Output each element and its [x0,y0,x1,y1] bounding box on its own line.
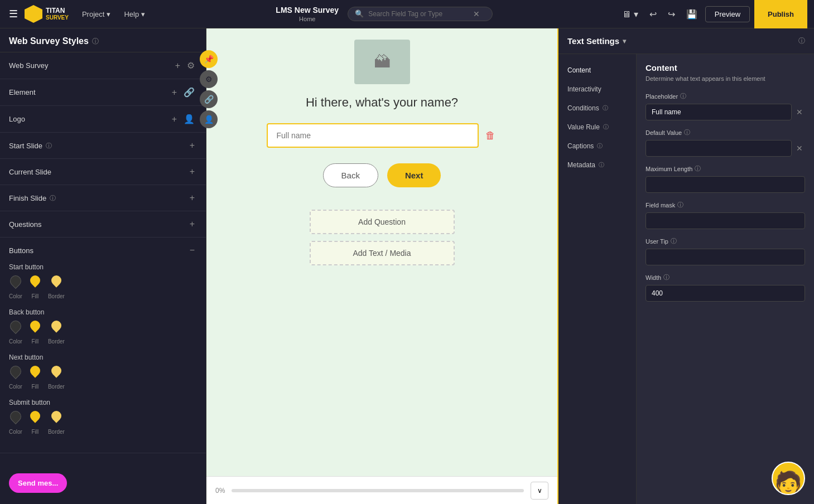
logo-icon [25,5,42,23]
buttons-header[interactable]: Buttons − [0,238,206,263]
back-fill-label: Fill [32,338,39,345]
submit-color-item: Color [9,411,22,435]
next-fill-item: Fill [29,366,41,390]
panel-nav-conditions[interactable]: Conditions ⓘ [558,99,636,118]
back-fill-item: Fill [29,321,41,345]
next-button[interactable]: Next [387,163,441,187]
logo-person-button[interactable]: 👤 [181,113,197,125]
help-menu-button[interactable]: Help ▾ [119,8,150,21]
sidebar-section-current-slide: Current Slide + [0,159,206,185]
web-survey-settings-button[interactable]: ⚙ [185,59,197,72]
undo-button[interactable]: ↩ [646,6,660,23]
default-value-input[interactable] [646,140,792,157]
placeholder-field-group: Placeholder ⓘ ✕ [646,92,805,120]
panel-nav-content[interactable]: Content [558,61,636,80]
save-button[interactable]: 💾 [683,6,701,23]
captions-info-icon: ⓘ [597,142,603,150]
max-length-info-icon: ⓘ [695,164,701,173]
submit-border-swatch[interactable] [50,411,62,427]
submit-color-swatch[interactable] [9,411,22,427]
panel-nav-captions[interactable]: Captions ⓘ [558,137,636,156]
logo-text: TITAN SURVEY [46,7,69,21]
sidebar-info-icon[interactable]: ⓘ [92,37,99,46]
field-mask-label: Field mask ⓘ [646,201,805,209]
placeholder-info-icon: ⓘ [680,92,686,100]
default-value-clear-button[interactable]: ✕ [794,142,805,155]
placeholder-input[interactable] [646,104,792,120]
float-icon-4: 👤 [204,115,214,124]
default-value-info-icon: ⓘ [684,128,690,137]
buttons-collapse-button[interactable]: − [187,244,197,256]
logo-plus-button[interactable]: + [170,113,179,125]
panel-nav-interactivity[interactable]: Interactivity [558,80,636,99]
web-survey-plus-button[interactable]: + [173,60,182,72]
next-border-swatch[interactable] [50,366,62,381]
width-label: Width ⓘ [646,273,805,282]
start-slide-plus-button[interactable]: + [187,139,197,152]
float-tool-4[interactable]: 👤 [200,110,218,128]
element-header[interactable]: Element + 🔗 [0,79,206,105]
search-clear-button[interactable]: ✕ [473,9,480,18]
finish-slide-plus-button[interactable]: + [187,192,197,204]
questions-plus-button[interactable]: + [187,218,197,230]
start-slide-header[interactable]: Start Slide ⓘ + [0,133,206,158]
survey-title: LMS New Survey [276,5,339,15]
search-bar: 🔍 ✕ [348,7,493,21]
start-fill-swatch[interactable] [29,275,41,291]
next-fill-swatch[interactable] [29,366,41,381]
submit-fill-label: Fill [32,429,39,435]
panel-nav-metadata[interactable]: Metadata ⓘ [558,156,636,175]
conditions-info-icon: ⓘ [603,104,608,112]
add-question-button[interactable]: Add Question [310,210,455,234]
expand-button[interactable]: ∨ [531,482,548,500]
back-border-item: Border [48,321,65,345]
next-color-swatch[interactable] [9,366,22,381]
element-plus-button[interactable]: + [170,86,179,99]
width-input[interactable] [646,285,805,302]
metadata-info-icon: ⓘ [599,161,604,169]
avatar[interactable]: 🧑 [772,462,805,495]
float-tool-2[interactable]: ⚙ [200,70,218,88]
back-color-swatch[interactable] [9,321,22,336]
start-color-swatch[interactable] [9,275,22,291]
start-border-swatch[interactable] [50,275,62,291]
search-input[interactable] [368,10,469,18]
next-border-label: Border [48,384,65,390]
publish-button[interactable]: Publish [754,0,807,28]
current-slide-header[interactable]: Current Slide + [0,159,206,185]
hamburger-button[interactable]: ☰ [7,6,20,22]
float-tool-1[interactable]: 📌 [200,50,218,68]
questions-header[interactable]: Questions + [0,211,206,237]
sidebar-title: Web Survey Styles [9,36,89,46]
web-survey-header[interactable]: Web Survey + ⚙ [0,52,206,79]
panel-info-icon[interactable]: ⓘ [798,36,805,46]
progress-bar-container [232,489,524,492]
finish-slide-header[interactable]: Finish Slide ⓘ + [0,185,206,211]
canvas-delete-button[interactable]: 🗑 [483,128,498,144]
project-menu-button[interactable]: Project ▾ [78,8,115,21]
panel-nav-value-rule[interactable]: Value Rule ⓘ [558,118,636,137]
logo-header[interactable]: Logo + 👤 [0,106,206,132]
avatar-image: 🧑 [774,472,802,494]
next-border-item: Border [48,366,65,390]
max-length-input[interactable] [646,176,805,193]
placeholder-clear-button[interactable]: ✕ [794,105,805,119]
redo-button[interactable]: ↪ [664,6,678,23]
element-link-button[interactable]: 🔗 [181,86,197,99]
float-tool-3[interactable]: 🔗 [200,90,218,108]
floating-toolbar: 📌 ⚙ 🔗 👤 [200,50,218,128]
submit-fill-swatch[interactable] [29,411,41,427]
back-fill-swatch[interactable] [29,321,41,336]
user-tip-input[interactable] [646,249,805,265]
current-slide-plus-button[interactable]: + [187,166,197,178]
field-mask-field-group: Field mask ⓘ [646,201,805,229]
back-button[interactable]: Back [323,163,378,187]
add-text-media-button[interactable]: Add Text / Media [310,241,455,265]
send-message-button[interactable]: Send mes... [9,473,67,493]
canvas-name-input[interactable] [267,123,479,148]
help-chevron-icon: ▾ [141,10,145,18]
field-mask-input[interactable] [646,212,805,229]
monitor-button[interactable]: 🖥 ▾ [619,6,641,23]
preview-button[interactable]: Preview [705,6,750,22]
back-border-swatch[interactable] [50,321,62,336]
